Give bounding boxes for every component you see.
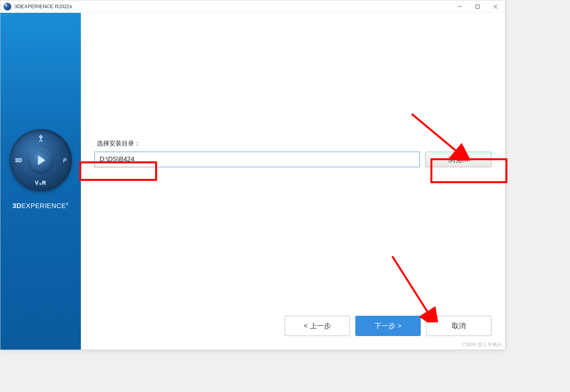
brand-mark: ® [66,202,69,206]
titlebar: 3DEXPERIENCE R2022x [0,0,505,13]
compass-south-label: V₊R [35,180,46,186]
browse-button[interactable]: 浏览... [425,152,491,167]
compass-west-label: 3D [15,157,22,163]
svg-rect-0 [476,5,479,8]
install-dir-row: 浏览... [94,152,491,167]
compass-north-icon [37,135,45,143]
install-dir-input[interactable] [94,152,420,167]
compass-ring: V₊R 3D iᶦ [10,129,72,191]
compass-play-icon [29,149,52,172]
maximize-icon [476,5,479,9]
minimize-icon [458,5,462,9]
compass-logo: V₊R 3D iᶦ [10,129,72,191]
back-button[interactable]: < 上一步 [285,316,350,336]
next-button[interactable]: 下一步 > [355,316,421,336]
content-area: 选择安装目录： 浏览... [94,26,491,311]
wizard-footer: < 上一步 下一步 > 取消 [94,311,491,336]
installer-window: 3DEXPERIENCE R2022x [0,0,505,350]
compass-east-label: iᶦ [63,157,66,163]
close-button[interactable] [486,0,504,12]
maximize-button[interactable] [469,0,486,12]
app-icon [3,3,11,10]
window-title: 3DEXPERIENCE R2022x [14,4,451,9]
brand-text: 3DEXPERIENCE® [12,202,68,210]
close-icon [493,5,497,9]
brand-prefix: 3D [12,202,21,210]
main-panel: 选择安装目录： 浏览... < 上一步 下一步 > 取消 [81,13,505,350]
sidebar: V₊R 3D iᶦ 3DEXPERIENCE® [0,13,81,350]
window-controls [451,0,504,12]
brand-suffix: EXPERIENCE [21,202,66,210]
cancel-button[interactable]: 取消 [426,316,491,336]
install-dir-label: 选择安装目录： [97,140,491,148]
body-area: V₊R 3D iᶦ 3DEXPERIENCE® 选择安装目录： 浏览... [0,13,505,350]
minimize-button[interactable] [451,0,469,12]
watermark: CSDN @三月枫火 [462,341,502,348]
svg-point-1 [40,135,42,137]
